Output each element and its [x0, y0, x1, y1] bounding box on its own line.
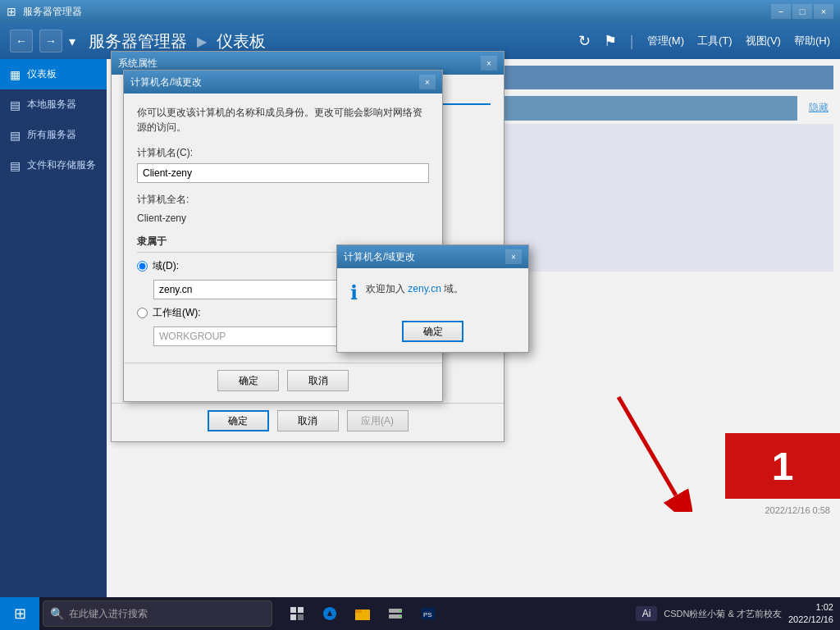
sidebar: ▦ 仪表板 ▤ 本地服务器 ▤ 所有服务器 ▤ 文件和存储服务 — [0, 59, 107, 597]
svg-rect-7 — [355, 609, 362, 613]
badge-number: 1 — [772, 444, 794, 489]
local-server-icon: ▤ — [10, 98, 21, 112]
search-icon: 🔍 — [50, 607, 64, 620]
date: 2022/12/16 — [788, 614, 833, 626]
badge-area: 1 — [725, 433, 840, 499]
svg-point-10 — [399, 610, 401, 612]
toolbar-subtitle: 仪表板 — [217, 30, 266, 52]
rename-titlebar: 计算机名/域更改 × — [124, 71, 442, 94]
welcome-ok-btn[interactable]: 确定 — [402, 321, 463, 342]
arrow-overlay — [594, 381, 692, 515]
rename-cancel-btn[interactable]: 取消 — [287, 370, 349, 391]
rename-title: 计算机名/域更改 — [130, 75, 419, 89]
welcome-buttons: 确定 — [337, 317, 528, 352]
all-servers-icon: ▤ — [10, 129, 21, 142]
menu-view[interactable]: 视图(V) — [746, 34, 781, 48]
taskbar: ⊞ 🔍 在此键入进行搜索 PS Ai CSDN粉丝小菊 & 才艺前校友 — [0, 597, 840, 630]
svg-rect-2 — [290, 607, 296, 613]
domain-label: 域(D): — [153, 259, 179, 273]
sidebar-label-all: 所有服务器 — [27, 128, 76, 142]
computer-name-input[interactable] — [137, 163, 429, 183]
welcome-content: ℹ 欢迎加入 zeny.cn 域。 — [337, 268, 528, 317]
rename-close-btn[interactable]: × — [419, 75, 436, 89]
app-icon: ⊞ — [7, 5, 16, 18]
titlebar: ⊞ 服务器管理器 − □ × — [0, 0, 840, 23]
minimize-button[interactable]: − — [771, 4, 791, 19]
flag-button[interactable]: ⚑ — [604, 32, 617, 50]
full-name-group: 计算机全名: Client-zeny — [137, 193, 429, 225]
search-box[interactable]: 🔍 在此键入进行搜索 — [43, 600, 272, 627]
sidebar-item-local-server[interactable]: ▤ 本地服务器 — [0, 89, 107, 120]
welcome-dialog: 计算机名/域更改 × ℹ 欢迎加入 zeny.cn 域。 确定 — [336, 244, 529, 353]
ai-button[interactable]: Ai — [636, 606, 658, 621]
menu-help[interactable]: 帮助(H) — [794, 34, 830, 48]
menu-manage[interactable]: 管理(M) — [647, 34, 685, 48]
file-explorer-button[interactable] — [348, 599, 377, 628]
systray: CSDN粉丝小菊 & 才艺前校友 — [664, 608, 782, 620]
toolbar-separator: ▶ — [197, 34, 207, 49]
search-text: 在此键入进行搜索 — [69, 607, 148, 621]
svg-rect-5 — [298, 614, 304, 620]
dashboard-icon: ▦ — [10, 68, 21, 81]
sidebar-item-dashboard[interactable]: ▦ 仪表板 — [0, 59, 107, 89]
app-title: 服务器管理器 — [23, 5, 82, 19]
sysprop-cancel-btn[interactable]: 取消 — [277, 410, 339, 431]
time: 1:02 — [788, 601, 833, 614]
windows-icon: ⊞ — [14, 605, 26, 623]
workgroup-radio[interactable] — [137, 308, 148, 318]
hidden-link[interactable]: 隐藏 — [804, 96, 833, 121]
timestamp: 2022/12/16 0:58 — [765, 505, 830, 515]
menu-tools[interactable]: 工具(T) — [697, 34, 733, 48]
sidebar-item-file-storage[interactable]: ▤ 文件和存储服务 — [0, 150, 107, 180]
full-name-value: Client-zeny — [137, 212, 186, 224]
svg-rect-3 — [298, 607, 304, 613]
rename-buttons: 确定 取消 — [124, 363, 442, 401]
svg-point-11 — [399, 616, 401, 618]
main-window: ⊞ 服务器管理器 − □ × ← → ▾ 服务器管理器 ▶ 仪表板 ↻ ⚑ | … — [0, 0, 840, 597]
sysprop-buttons: 确定 取消 应用(A) — [112, 403, 504, 441]
nav-dropdown[interactable]: ▾ — [69, 34, 75, 49]
back-button[interactable]: ← — [10, 30, 33, 52]
welcome-icon: ℹ — [350, 281, 358, 304]
domain-radio[interactable] — [137, 261, 148, 272]
sidebar-item-label: 仪表板 — [27, 67, 57, 81]
title-controls: − □ × — [771, 4, 833, 19]
sysprop-apply-btn[interactable]: 应用(A) — [347, 410, 409, 431]
sysprop-title: 系统属性 — [118, 57, 481, 71]
welcome-domain: zeny.cn — [408, 283, 441, 294]
welcome-suffix: 域。 — [441, 283, 463, 294]
full-name-label: 计算机全名: — [137, 193, 429, 207]
sysprop-close-btn[interactable]: × — [481, 56, 497, 71]
svg-line-1 — [619, 397, 676, 495]
powershell-button[interactable]: PS — [413, 599, 443, 628]
sidebar-item-all-servers[interactable]: ▤ 所有服务器 — [0, 120, 107, 150]
computer-name-group: 计算机名(C): — [137, 146, 429, 183]
maximize-button[interactable]: □ — [792, 4, 812, 19]
pipe-sep: | — [630, 33, 634, 50]
file-storage-icon: ▤ — [10, 159, 21, 172]
edge-button[interactable] — [315, 599, 345, 628]
welcome-titlebar: 计算机名/域更改 × — [337, 245, 528, 268]
forward-button[interactable]: → — [39, 30, 62, 52]
sidebar-label-file: 文件和存储服务 — [27, 158, 96, 172]
welcome-close-btn[interactable]: × — [505, 249, 522, 264]
task-view-button[interactable] — [282, 599, 312, 628]
rename-ok-btn[interactable]: 确定 — [217, 370, 279, 391]
sysprop-ok-btn[interactable]: 确定 — [208, 410, 269, 431]
toolbar-right: ↻ ⚑ | 管理(M) 工具(T) 视图(V) 帮助(H) — [578, 32, 830, 50]
start-button[interactable]: ⊞ — [0, 597, 39, 630]
svg-rect-4 — [290, 614, 296, 620]
welcome-prefix: 欢迎加入 — [366, 283, 408, 294]
refresh-button[interactable]: ↻ — [578, 32, 591, 50]
rename-description: 你可以更改该计算机的名称和成员身份。更改可能会影响对网络资源的访问。 — [137, 105, 429, 135]
clock: 1:02 2022/12/16 — [788, 601, 833, 627]
toolbar-title: 服务器管理器 — [89, 30, 187, 52]
close-button[interactable]: × — [814, 4, 833, 19]
server-button[interactable] — [381, 599, 410, 628]
computer-name-label: 计算机名(C): — [137, 146, 429, 160]
workgroup-label: 工作组(W): — [153, 306, 201, 320]
taskbar-pinned-icons: PS — [282, 599, 443, 628]
csdn-text: CSDN粉丝小菊 & 才艺前校友 — [664, 608, 782, 620]
welcome-message: 欢迎加入 zeny.cn 域。 — [366, 281, 463, 297]
taskbar-right: Ai CSDN粉丝小菊 & 才艺前校友 1:02 2022/12/16 — [636, 601, 840, 627]
